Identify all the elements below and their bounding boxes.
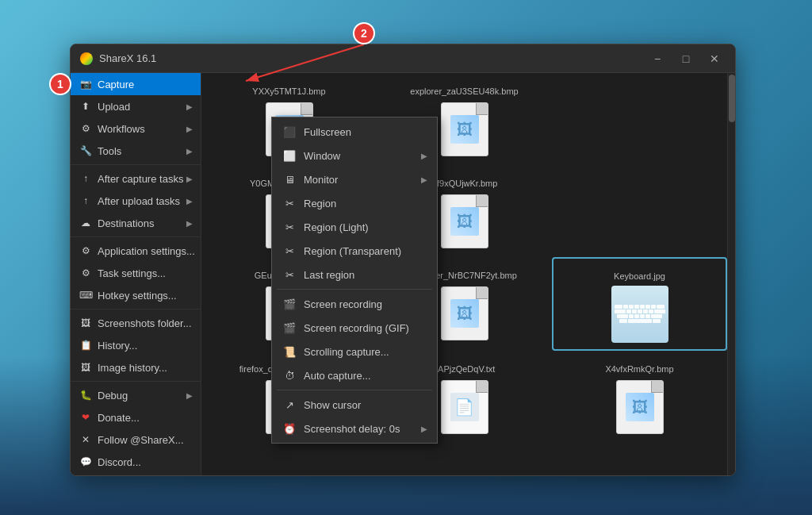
sidebar-item-app-settings[interactable]: ⚙ Application settings...	[71, 240, 201, 262]
sidebar-item-task-settings[interactable]: ⚙ Task settings...	[71, 262, 201, 284]
main-window: ShareX 16.1 − □ ✕ 📷 Capture ⬆ Upload ▶ ⚙…	[70, 44, 736, 476]
follow-icon: ✕	[79, 432, 93, 447]
menu-label-region-light: Region (Light)	[304, 221, 369, 233]
menu-screenshot-delay[interactable]: ⏰ Screenshot delay: 0s ▶	[272, 417, 437, 440]
file-name: Bf9xQUjwKr.bmp	[431, 179, 498, 188]
kb-key	[645, 314, 650, 318]
sidebar-item-workflows[interactable]: ⚙ Workflows ▶	[71, 117, 201, 140]
debug-arrow: ▶	[186, 391, 193, 400]
scrolling-capture-icon: 📜	[282, 344, 297, 359]
sidebar: 📷 Capture ⬆ Upload ▶ ⚙ Workflows ▶ 🔧 Too…	[71, 73, 201, 475]
sidebar-item-image-history[interactable]: 🖼 Image history...	[71, 356, 201, 379]
menu-screen-recording-gif[interactable]: 🎬 Screen recording (GIF)	[272, 316, 437, 340]
file-icon-wrap: 🖼	[436, 101, 493, 158]
after-upload-icon: ↑	[79, 194, 93, 208]
maximize-button[interactable]: □	[675, 51, 697, 67]
image-history-icon: 🖼	[79, 360, 93, 375]
upload-arrow: ▶	[186, 102, 193, 111]
screen-recording-gif-icon: 🎬	[282, 320, 297, 336]
menu-window[interactable]: ⬜ Window ▶	[272, 144, 437, 167]
kb-key	[651, 305, 656, 309]
sidebar-item-follow[interactable]: ✕ Follow @ShareX...	[71, 429, 201, 451]
file-icon-wrap: 🖼	[436, 193, 493, 250]
sidebar-item-capture[interactable]: 📷 Capture	[71, 73, 201, 95]
list-item[interactable]: X4vfxRmkQr.bmp 🖼	[552, 351, 727, 443]
discord-icon: 💬	[79, 455, 93, 469]
sidebar-label-after-upload: After upload tasks	[98, 195, 180, 207]
menu-label-scrolling-capture: Scrolling capture...	[304, 346, 389, 358]
sidebar-divider-3	[71, 309, 201, 309]
kb-row	[619, 319, 661, 323]
kb-key	[629, 305, 634, 309]
sidebar-divider-1	[71, 164, 201, 165]
menu-screen-recording[interactable]: 🎬 Screen recording	[272, 292, 437, 316]
menu-label-window: Window	[304, 150, 340, 162]
menu-label-last-region: Last region	[304, 269, 354, 281]
sidebar-item-tools[interactable]: 🔧 Tools ▶	[71, 140, 201, 162]
sidebar-label-discord: Discord...	[98, 456, 141, 468]
destinations-icon: ☁	[79, 216, 93, 230]
sidebar-label-donate: Donate...	[98, 412, 140, 424]
kb-row	[615, 305, 665, 309]
region-icon: ✂	[282, 195, 297, 211]
kb-key	[632, 309, 637, 313]
sidebar-item-history[interactable]: 📋 History...	[71, 334, 201, 356]
close-button[interactable]: ✕	[703, 51, 726, 67]
after-upload-arrow: ▶	[186, 197, 193, 206]
kb-key	[634, 305, 639, 309]
list-item[interactable]: Keyboard.jpg	[552, 257, 727, 351]
sidebar-item-donate[interactable]: ❤ Donate...	[71, 406, 201, 429]
sidebar-item-hotkey-settings[interactable]: ⌨ Hotkey settings...	[71, 284, 201, 306]
menu-label-region-transparent: Region (Transparent)	[304, 245, 401, 257]
sidebar-item-debug[interactable]: 🐛 Debug ▶	[71, 384, 201, 406]
sidebar-divider-2	[71, 236, 201, 237]
menu-auto-capture[interactable]: ⏱ Auto capture...	[272, 363, 437, 387]
sidebar-item-discord[interactable]: 💬 Discord...	[71, 451, 201, 473]
title-bar-controls: − □ ✕	[646, 51, 726, 67]
donate-icon: ❤	[79, 410, 93, 425]
sidebar-label-workflows: Workflows	[98, 123, 145, 135]
scroll-thumb[interactable]	[729, 75, 735, 122]
sidebar-label-capture: Capture	[98, 79, 134, 90]
sidebar-label-task-settings: Task settings...	[98, 267, 166, 279]
sidebar-label-after-capture: After capture tasks	[98, 173, 183, 185]
debug-icon: 🐛	[79, 388, 93, 402]
show-cursor-icon: ↗	[282, 397, 297, 413]
sidebar-label-debug: Debug	[98, 390, 128, 402]
kb-key	[617, 314, 628, 318]
upload-icon: ⬆	[79, 99, 93, 113]
menu-region-transparent[interactable]: ✂ Region (Transparent)	[272, 239, 437, 263]
scroll-bar[interactable]	[727, 73, 735, 475]
capture-submenu: ⬛ Fullscreen ⬜ Window ▶ 🖥 Monitor ▶ ✂ Re…	[271, 117, 438, 444]
sidebar-label-app-settings: Application settings...	[98, 245, 195, 257]
app-settings-icon: ⚙	[79, 244, 93, 258]
menu-region[interactable]: ✂ Region	[272, 191, 437, 215]
menu-label-screen-recording-gif: Screen recording (GIF)	[304, 322, 409, 334]
after-capture-icon: ↑	[79, 171, 93, 186]
sidebar-item-about[interactable]: 🏠 About...	[71, 473, 201, 475]
screenshot-delay-arrow: ▶	[421, 425, 427, 433]
sidebar-label-tools: Tools	[98, 145, 121, 157]
menu-fullscreen[interactable]: ⬛ Fullscreen	[272, 120, 437, 144]
menu-scrolling-capture[interactable]: 📜 Scrolling capture...	[272, 340, 437, 363]
task-settings-icon: ⚙	[79, 266, 93, 280]
sidebar-item-after-upload[interactable]: ↑ After upload tasks ▶	[71, 190, 201, 212]
sidebar-item-after-capture[interactable]: ↑ After capture tasks ▶	[71, 167, 201, 190]
sidebar-label-hotkey-settings: Hotkey settings...	[98, 290, 177, 302]
tools-icon: 🔧	[79, 144, 93, 158]
destinations-arrow: ▶	[186, 219, 193, 228]
tools-arrow: ▶	[186, 147, 193, 156]
menu-last-region[interactable]: ✂ Last region	[272, 263, 437, 286]
menu-show-cursor[interactable]: ↗ Show cursor	[272, 393, 437, 417]
kb-key	[649, 309, 653, 313]
sidebar-item-upload[interactable]: ⬆ Upload ▶	[71, 95, 201, 117]
menu-region-light[interactable]: ✂ Region (Light)	[272, 215, 437, 239]
file-icon-wrap: 🖼	[611, 379, 668, 436]
menu-monitor[interactable]: 🖥 Monitor ▶	[272, 167, 437, 191]
sidebar-item-destinations[interactable]: ☁ Destinations ▶	[71, 212, 201, 234]
bmp-icon: 🖼	[441, 286, 488, 340]
minimize-button[interactable]: −	[646, 51, 668, 67]
sidebar-item-screenshots-folder[interactable]: 🖼 Screenshots folder...	[71, 312, 201, 334]
kb-key	[640, 314, 645, 318]
menu-divider-1	[277, 289, 432, 290]
